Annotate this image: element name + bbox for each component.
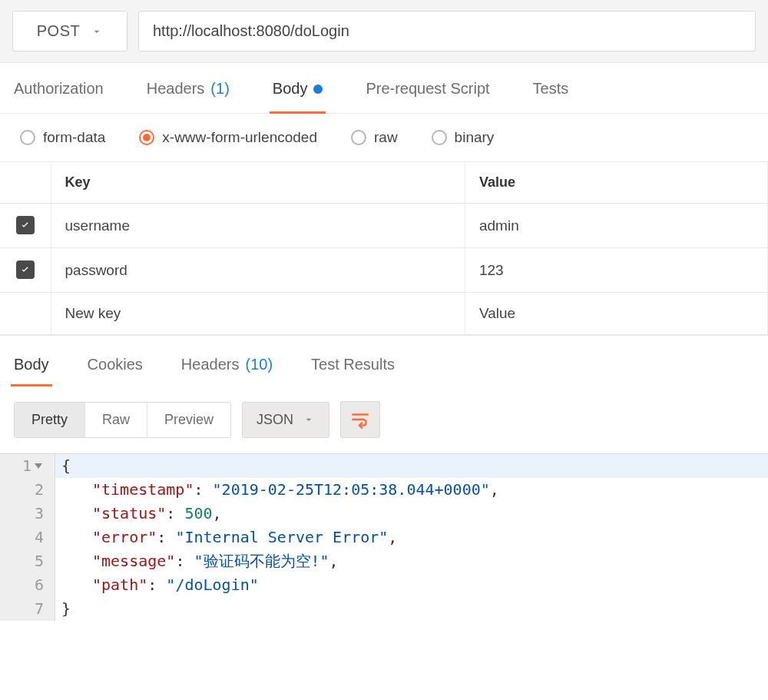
request-bar: POST <box>0 0 768 63</box>
radio-icon <box>20 130 35 145</box>
chevron-down-icon <box>303 413 315 426</box>
param-value-placeholder[interactable]: Value <box>465 293 767 335</box>
chevron-down-icon <box>91 25 103 38</box>
radio-label: raw <box>374 129 398 146</box>
tab-label: Body <box>14 356 49 373</box>
radio-label: binary <box>455 129 495 146</box>
response-toolbar: Pretty Raw Preview JSON <box>0 386 768 453</box>
fold-toggle-icon[interactable] <box>35 463 42 469</box>
http-method-label: POST <box>37 22 80 40</box>
modified-dot-icon <box>313 85 323 94</box>
body-type-selector: form-data x-www-form-urlencoded raw bina… <box>0 114 768 162</box>
param-key-placeholder[interactable]: New key <box>51 293 465 335</box>
line-number: 5 <box>0 549 55 573</box>
radio-urlencoded[interactable]: x-www-form-urlencoded <box>139 129 317 146</box>
line-number: 4 <box>0 526 55 549</box>
line-number: 6 <box>0 573 55 597</box>
param-key-cell[interactable]: password <box>51 248 465 293</box>
json-line: 6"path": "/doLogin" <box>0 573 768 597</box>
resp-tab-headers[interactable]: Headers (10) <box>181 356 273 386</box>
json-line: 3"status": 500, <box>0 502 768 526</box>
radio-binary[interactable]: binary <box>432 129 495 146</box>
json-line: 1{ <box>0 454 768 478</box>
resp-tab-testresults[interactable]: Test Results <box>311 356 395 386</box>
tab-headers[interactable]: Headers (1) <box>147 80 230 113</box>
radio-label: form-data <box>43 129 105 146</box>
line-number: 1 <box>0 454 55 478</box>
wrap-icon <box>350 410 370 430</box>
response-tabs: Body Cookies Headers (10) Test Results <box>0 335 768 386</box>
http-method-select[interactable]: POST <box>12 11 127 51</box>
json-line: 2"timestamp": "2019-02-25T12:05:38.044+0… <box>0 478 768 502</box>
format-label: JSON <box>257 412 293 428</box>
headers-count: (1) <box>210 80 229 98</box>
table-row: password123 <box>0 248 768 293</box>
json-code: "message": "验证码不能为空!", <box>55 549 339 573</box>
radio-icon <box>351 130 366 145</box>
tab-label: Body <box>273 80 308 98</box>
table-row-placeholder: New keyValue <box>0 293 768 335</box>
resp-headers-count: (10) <box>245 356 273 373</box>
tab-body[interactable]: Body <box>273 80 323 113</box>
radio-form-data[interactable]: form-data <box>20 129 105 146</box>
tab-label: Cookies <box>88 356 143 373</box>
line-number: 7 <box>0 597 55 621</box>
tab-tests[interactable]: Tests <box>533 80 569 113</box>
line-number: 3 <box>0 502 55 526</box>
header-key: Key <box>51 162 465 204</box>
checkbox-checked-icon <box>16 216 35 234</box>
body-params-table: Key Value usernameadminpassword123New ke… <box>0 162 768 335</box>
request-tabs: Authorization Headers (1) Body Pre-reque… <box>0 63 768 114</box>
tab-label: Headers <box>181 356 240 373</box>
format-select[interactable]: JSON <box>242 402 329 438</box>
wrap-lines-button[interactable] <box>340 401 380 438</box>
radio-icon <box>139 130 154 145</box>
json-line: 7} <box>0 597 768 621</box>
view-raw-button[interactable]: Raw <box>85 403 147 437</box>
resp-tab-cookies[interactable]: Cookies <box>88 356 143 386</box>
param-value-cell[interactable]: 123 <box>465 248 767 293</box>
row-checkbox-cell[interactable] <box>0 248 51 293</box>
view-mode-group: Pretty Raw Preview <box>14 402 231 438</box>
json-code: { <box>55 454 71 478</box>
json-code: "path": "/doLogin" <box>55 573 259 597</box>
json-code: "timestamp": "2019-02-25T12:05:38.044+00… <box>55 478 499 502</box>
table-row: usernameadmin <box>0 204 768 248</box>
json-line: 5"message": "验证码不能为空!", <box>0 549 768 573</box>
view-pretty-button[interactable]: Pretty <box>15 403 85 437</box>
header-checkbox-col <box>0 162 51 204</box>
tab-label: Pre-request Script <box>366 80 489 98</box>
response-json-viewer[interactable]: 1{2"timestamp": "2019-02-25T12:05:38.044… <box>0 453 768 621</box>
row-checkbox-cell[interactable] <box>0 293 51 335</box>
radio-label: x-www-form-urlencoded <box>162 129 317 146</box>
json-line: 4"error": "Internal Server Error", <box>0 526 768 549</box>
line-number: 2 <box>0 478 55 502</box>
param-value-cell[interactable]: admin <box>465 204 767 248</box>
tab-authorization[interactable]: Authorization <box>14 80 104 113</box>
url-input[interactable] <box>138 11 756 51</box>
json-code: "error": "Internal Server Error", <box>55 526 397 549</box>
tab-label: Headers <box>147 80 205 98</box>
json-code: "status": 500, <box>55 502 222 526</box>
radio-raw[interactable]: raw <box>351 129 398 146</box>
radio-icon <box>432 130 447 145</box>
tab-label: Authorization <box>14 80 104 98</box>
tab-prerequest[interactable]: Pre-request Script <box>366 80 489 113</box>
tab-label: Test Results <box>311 356 395 373</box>
checkbox-checked-icon <box>16 260 35 279</box>
row-checkbox-cell[interactable] <box>0 204 51 248</box>
json-code: } <box>55 597 71 621</box>
tab-label: Tests <box>533 80 569 98</box>
view-preview-button[interactable]: Preview <box>147 403 230 437</box>
param-key-cell[interactable]: username <box>51 204 465 248</box>
resp-tab-body[interactable]: Body <box>14 356 49 386</box>
header-value: Value <box>465 162 767 204</box>
